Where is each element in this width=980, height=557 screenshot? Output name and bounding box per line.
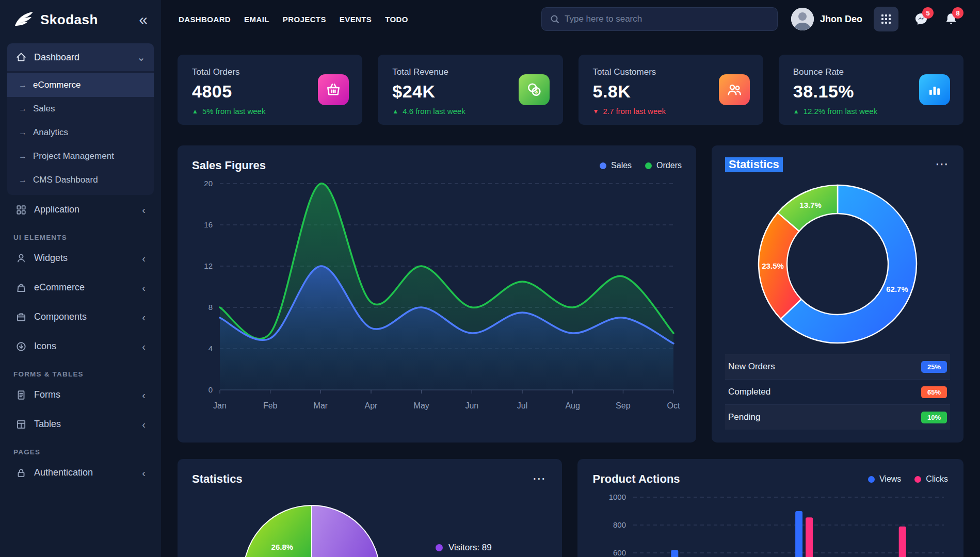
svg-text:26.8%: 26.8% (271, 543, 294, 551)
svg-text:1000: 1000 (608, 493, 625, 501)
svg-text:Feb: Feb (263, 401, 278, 410)
bar-chart-icon (919, 74, 950, 105)
chevron-left-icon: ‹ (142, 253, 146, 264)
statistics-pie-card: Statistics ⋯ 26.8% Visitors: 89 (178, 459, 562, 557)
topnav-link-projects[interactable]: PROJECTS (283, 15, 326, 24)
stat-card-bounce-rate: Bounce Rate 38.15% ▲12.2% from last week (779, 55, 963, 125)
chevron-left-icon: ‹ (142, 341, 146, 352)
topnav-link-dashboard[interactable]: DASHBOARD (179, 15, 231, 24)
statistics-donut-chart: 62.7%23.5%13.7% (749, 175, 926, 353)
sidebar-item-tables[interactable]: Tables ‹ (0, 409, 161, 439)
product-actions-bar-chart: 1000800600400200JanFebMarAprMayJunJulAug… (593, 492, 947, 557)
chevron-left-icon: ‹ (142, 419, 146, 430)
svg-text:0: 0 (208, 385, 213, 394)
search-bar (541, 7, 778, 31)
svg-text:Jun: Jun (465, 401, 478, 410)
stat-card-total-revenue: Total Revenue $24K ▲4.6 from last week $ (378, 55, 563, 125)
user-menu[interactable]: Jhon Deo (791, 8, 862, 30)
table-icon (15, 419, 27, 430)
dashboard-content: Total Orders 4805 ▲5% from last week Tot… (161, 38, 980, 557)
shopping-bag-icon (15, 282, 27, 293)
subitem-label: eCommerce (33, 80, 81, 90)
legend-dot-views (868, 476, 875, 483)
sidebar-item-dashboard[interactable]: Dashboard ⌄ (7, 43, 154, 71)
svg-text:Jul: Jul (517, 401, 527, 410)
sidebar-item-ecommerce[interactable]: eCommerce ‹ (0, 273, 161, 302)
row-label: Completed (728, 387, 770, 397)
topnav-link-todo[interactable]: TODO (385, 15, 408, 24)
stat-delta-text: 2.7 from last week (603, 107, 666, 116)
arrow-right-icon: → (19, 175, 27, 185)
sidebar-subitem-analytics[interactable]: → Analytics (7, 121, 154, 144)
sidebar-subitem-ecommerce[interactable]: → eCommerce (7, 73, 154, 97)
product-actions-legend: Views Clicks (868, 474, 948, 484)
arrow-right-icon: → (19, 152, 27, 161)
brand-logo-icon (13, 11, 34, 28)
legend-dot-sales (600, 162, 606, 169)
arrow-right-icon: → (19, 80, 27, 90)
sidebar-item-label: Application (34, 204, 79, 215)
svg-text:4: 4 (208, 344, 213, 353)
sidebar-item-icons[interactable]: Icons ‹ (0, 332, 161, 361)
svg-text:800: 800 (613, 520, 625, 529)
chevron-down-icon: ⌄ (137, 52, 146, 62)
lock-icon (15, 467, 27, 479)
topnav-link-events[interactable]: EVENTS (340, 15, 372, 24)
legend-label: Clicks (926, 474, 948, 484)
svg-text:Mar: Mar (314, 401, 328, 410)
sidebar-item-components[interactable]: Components ‹ (0, 302, 161, 332)
svg-text:Oct: Oct (667, 401, 680, 410)
stat-card-total-orders: Total Orders 4805 ▲5% from last week (178, 55, 362, 125)
sidebar-subitem-project-management[interactable]: → Project Management (7, 144, 154, 168)
product-actions-card: Product Actions Views Clicks 10008006004… (577, 459, 964, 557)
legend-dot-orders (645, 162, 652, 169)
legend-label: Visitors: 89 (448, 543, 492, 553)
sidebar-item-application[interactable]: Application ‹ (0, 195, 161, 224)
download-circle-icon (15, 341, 27, 352)
sidebar-item-widgets[interactable]: Widgets ‹ (0, 243, 161, 273)
sidebar-item-label: Icons (34, 341, 56, 352)
statistics-list: New Orders 25% Completed 65% Pending 10% (725, 354, 950, 430)
chat-badge: 5 (922, 7, 934, 19)
sidebar-item-authentication[interactable]: Authentication ‹ (0, 458, 161, 487)
row-label: Pending (728, 412, 760, 422)
chevron-left-icon: ‹ (142, 312, 146, 322)
trend-up-icon: ▲ (392, 108, 398, 115)
trend-down-icon: ▼ (593, 108, 599, 115)
more-options-icon[interactable]: ⋯ (935, 160, 950, 169)
notifications-button[interactable]: 8 (944, 12, 958, 26)
apps-grid-button[interactable] (874, 7, 898, 31)
svg-text:23.5%: 23.5% (762, 261, 784, 270)
sidebar-subitem-sales[interactable]: → Sales (7, 97, 154, 121)
legend-dot-visitors (436, 544, 443, 551)
home-icon (15, 52, 27, 63)
legend-label: Views (879, 474, 901, 484)
sidebar-item-label: Components (34, 312, 87, 322)
svg-text:Jan: Jan (213, 401, 227, 410)
svg-text:13.7%: 13.7% (799, 201, 822, 209)
svg-text:Aug: Aug (565, 401, 580, 410)
section-ui-elements: UI ELEMENTS (0, 234, 161, 241)
sidebar-item-forms[interactable]: Forms ‹ (0, 380, 161, 409)
arrow-right-icon: → (19, 104, 27, 113)
subitem-label: Project Management (33, 151, 114, 161)
sidebar-collapse-icon[interactable]: « (139, 12, 148, 27)
svg-text:Sep: Sep (616, 401, 631, 410)
topnav-link-email[interactable]: EMAIL (244, 15, 269, 24)
notification-badge: 8 (952, 7, 963, 19)
svg-text:12: 12 (204, 261, 213, 270)
sidebar-item-label: Authentication (34, 467, 93, 478)
chevron-left-icon: ‹ (142, 390, 146, 400)
app-screen: Skodash « Dashboard ⌄ → eCommerce → Sale… (0, 0, 980, 557)
avatar (791, 8, 814, 30)
sidebar-item-label: Widgets (34, 253, 68, 264)
chat-button[interactable]: 5 (914, 12, 928, 26)
search-input[interactable] (565, 14, 769, 24)
brand-row: Skodash « (0, 0, 161, 39)
list-item-completed: Completed 65% (725, 379, 950, 404)
sales-legend: Sales Orders (600, 161, 682, 170)
more-options-icon[interactable]: ⋯ (533, 475, 548, 483)
card-title: Product Actions (593, 472, 680, 486)
status-badge: 25% (921, 361, 947, 373)
sidebar-subitem-cms-dashboard[interactable]: → CMS Dashboard (7, 168, 154, 192)
